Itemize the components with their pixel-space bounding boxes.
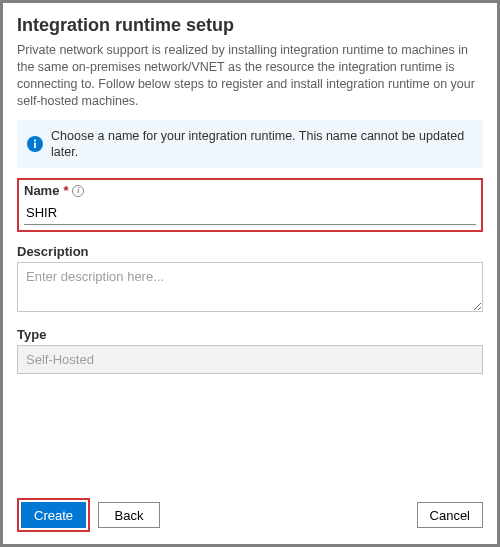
name-label: Name * i — [24, 183, 476, 198]
name-input[interactable] — [24, 201, 476, 225]
description-label-text: Description — [17, 244, 89, 259]
info-banner: Choose a name for your integration runti… — [17, 120, 483, 169]
description-input[interactable] — [17, 262, 483, 312]
intro-text: Private network support is realized by i… — [17, 42, 483, 110]
name-field-block: Name * i — [17, 178, 483, 232]
back-button[interactable]: Back — [98, 502, 160, 528]
type-label: Type — [17, 327, 483, 342]
required-marker: * — [63, 183, 68, 198]
cancel-button[interactable]: Cancel — [417, 502, 483, 528]
svg-rect-1 — [34, 142, 36, 148]
name-label-text: Name — [24, 183, 59, 198]
info-banner-text: Choose a name for your integration runti… — [51, 128, 473, 161]
field-info-icon[interactable]: i — [72, 185, 84, 197]
type-input — [17, 345, 483, 374]
svg-rect-2 — [34, 139, 36, 141]
footer: Create Back Cancel — [3, 488, 497, 544]
page-title: Integration runtime setup — [17, 15, 483, 36]
description-field-block: Description — [17, 244, 483, 315]
type-field-block: Type — [17, 327, 483, 374]
info-icon — [27, 136, 43, 152]
type-label-text: Type — [17, 327, 46, 342]
create-button[interactable]: Create — [21, 502, 86, 528]
panel-content: Integration runtime setup Private networ… — [3, 3, 497, 488]
description-label: Description — [17, 244, 483, 259]
create-button-highlight: Create — [17, 498, 90, 532]
